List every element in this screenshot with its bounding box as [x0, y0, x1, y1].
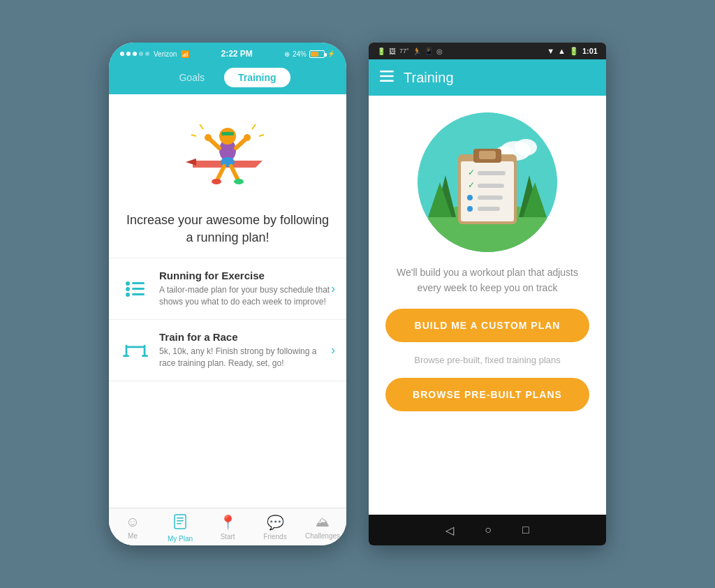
- exercise-info: Running for Exercise A tailor-made plan …: [159, 270, 331, 308]
- myplan-label: My Plan: [168, 535, 193, 543]
- svg-point-8: [244, 134, 251, 141]
- nav-me[interactable]: ☺ Me: [109, 514, 156, 543]
- clipboard-svg: ✓ ✓: [418, 112, 557, 252]
- clipboard-illustration: ✓ ✓: [418, 112, 557, 252]
- left-phone: Verizon 📶 2:22 PM ⊕ 24% ⚡ Goals Training: [109, 43, 346, 545]
- nav-challenges[interactable]: ⛰ Challenges: [299, 514, 346, 543]
- svg-rect-27: [123, 355, 129, 357]
- svg-rect-24: [126, 346, 146, 348]
- hero-section: Increase your awesome by following a run…: [109, 94, 346, 258]
- left-phone-content: Increase your awesome by following a run…: [109, 94, 346, 545]
- myplan-icon: [172, 514, 188, 533]
- svg-marker-1: [186, 159, 196, 166]
- battery-icon: [309, 50, 325, 58]
- svg-point-56: [467, 206, 473, 212]
- wifi-android: ▼: [547, 47, 554, 55]
- runner-svg: [182, 112, 273, 203]
- right-phone: 🔋 🖼 77° 🏃 📱 ◎ ▼ ▲ 🔋 1:01 Training: [369, 43, 606, 545]
- svg-line-16: [191, 135, 196, 136]
- battery-android: 🔋: [569, 47, 579, 56]
- exercise-title: Running for Exercise: [159, 270, 331, 281]
- tab-bar: Goals Training: [109, 62, 346, 94]
- android-status-icons: 🔋 🖼 77° 🏃 📱 ◎: [377, 47, 443, 55]
- svg-rect-23: [132, 293, 145, 295]
- android-right-status: ▼ ▲ 🔋 1:01: [547, 47, 598, 56]
- right-header-title: Training: [404, 70, 454, 86]
- battery-icon-android: 🔋: [377, 47, 385, 55]
- location-icon: ◎: [436, 47, 443, 55]
- plan-item-exercise[interactable]: Running for Exercise A tailor-made plan …: [109, 258, 346, 320]
- run-icon: 🏃: [413, 47, 421, 55]
- signal-dots: [120, 52, 149, 56]
- carrier-label: Verizon: [154, 50, 177, 58]
- dot-3: [133, 52, 137, 56]
- dot-4: [139, 52, 143, 56]
- svg-line-15: [252, 124, 256, 129]
- right-description: We'll build you a workout plan that adju…: [385, 265, 589, 296]
- svg-line-10: [217, 166, 224, 180]
- exercise-desc: A tailor-made plan for your busy schedul…: [159, 284, 331, 308]
- android-home[interactable]: ○: [485, 524, 492, 536]
- svg-line-14: [200, 124, 203, 129]
- me-icon: ☺: [126, 514, 140, 530]
- svg-rect-35: [380, 80, 394, 82]
- race-desc: 5k, 10k, any k! Finish strong by followi…: [159, 346, 331, 369]
- svg-rect-30: [177, 517, 184, 519]
- nav-friends[interactable]: 💬 Friends: [251, 514, 299, 543]
- gps-icon: ⊕: [284, 50, 290, 58]
- svg-rect-51: [478, 171, 506, 175]
- image-icon: 🖼: [389, 47, 396, 55]
- friends-icon: 💬: [267, 514, 284, 531]
- exercise-chevron: ›: [331, 281, 335, 296]
- svg-rect-28: [142, 355, 148, 357]
- android-recent[interactable]: □: [522, 524, 529, 536]
- dot-2: [126, 52, 131, 56]
- android-back[interactable]: ◁: [445, 524, 454, 537]
- exercise-icon: [120, 274, 151, 304]
- nav-start[interactable]: 📍 Start: [204, 514, 251, 543]
- svg-text:✓: ✓: [468, 168, 475, 177]
- tab-goals[interactable]: Goals: [165, 68, 219, 87]
- svg-rect-22: [132, 288, 145, 290]
- hamburger-icon[interactable]: [380, 71, 394, 85]
- race-icon: [120, 335, 151, 365]
- build-custom-plan-button[interactable]: BUILD ME A CUSTOM PLAN: [385, 309, 589, 342]
- svg-point-54: [467, 195, 473, 200]
- plan-item-race[interactable]: Train for a Race 5k, 10k, any k! Finish …: [109, 320, 346, 381]
- svg-point-19: [126, 287, 130, 291]
- challenges-label: Challenges: [305, 532, 340, 540]
- svg-rect-49: [479, 151, 496, 159]
- nav-myplan[interactable]: My Plan: [156, 514, 204, 543]
- dot-1: [120, 52, 124, 56]
- tab-training[interactable]: Training: [224, 68, 290, 87]
- browse-prebuilt-button[interactable]: BROWSE PRE-BUILT PLANS: [385, 378, 589, 411]
- status-left: Verizon 📶: [120, 50, 189, 58]
- svg-rect-31: [177, 520, 184, 522]
- android-nav: ◁ ○ □: [369, 515, 606, 545]
- race-info: Train for a Race 5k, 10k, any k! Finish …: [159, 331, 331, 369]
- svg-rect-4: [221, 132, 234, 135]
- dot-5: [145, 52, 149, 56]
- svg-rect-55: [478, 196, 503, 200]
- svg-rect-26: [144, 345, 146, 356]
- runner-illustration: [179, 108, 277, 206]
- signal-android: ▲: [558, 47, 566, 55]
- plan-list: Running for Exercise A tailor-made plan …: [109, 258, 346, 508]
- svg-rect-21: [132, 282, 145, 284]
- me-label: Me: [128, 532, 138, 540]
- right-header: Training: [369, 59, 606, 96]
- race-title: Train for a Race: [159, 331, 331, 343]
- svg-line-11: [231, 166, 238, 180]
- challenges-icon: ⛰: [316, 514, 330, 530]
- svg-point-18: [126, 281, 130, 286]
- status-time-left: 2:22 PM: [221, 49, 252, 59]
- svg-text:✓: ✓: [468, 180, 475, 190]
- temp-icon: 77°: [399, 47, 409, 54]
- race-chevron: ›: [331, 343, 335, 358]
- friends-label: Friends: [263, 533, 286, 541]
- svg-rect-53: [478, 184, 504, 188]
- wifi-icon: 📶: [181, 50, 189, 58]
- svg-point-3: [219, 128, 236, 145]
- svg-rect-32: [177, 523, 182, 524]
- start-label: Start: [220, 533, 235, 541]
